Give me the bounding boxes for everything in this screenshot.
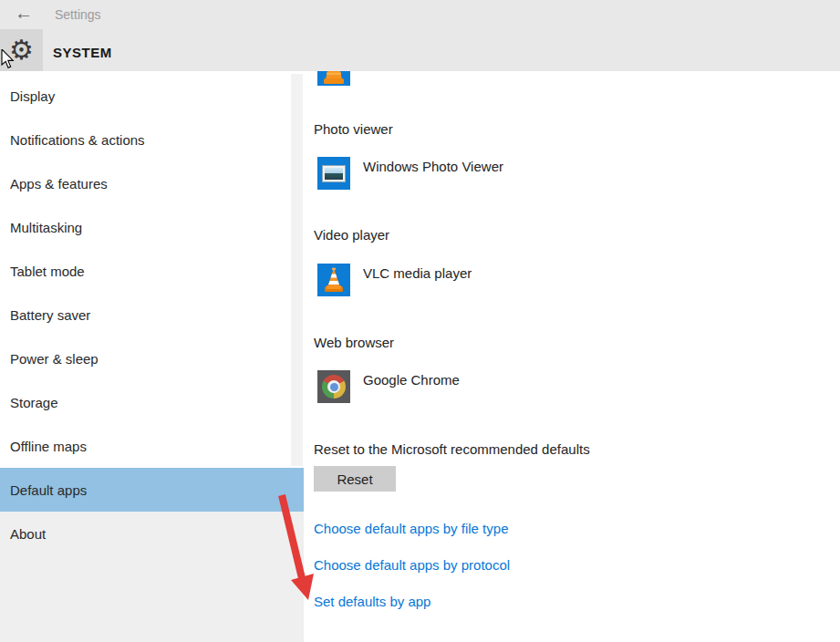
- sidebar-item-battery-saver[interactable]: Battery saver: [0, 293, 304, 337]
- sidebar-item-storage[interactable]: Storage: [0, 380, 304, 424]
- reset-button[interactable]: Reset: [314, 466, 396, 492]
- section-label-photo-viewer: Photo viewer: [314, 121, 393, 137]
- sidebar-item-multitasking[interactable]: Multitasking: [0, 205, 304, 249]
- app-name: Windows Photo Viewer: [363, 159, 503, 174]
- default-app-photo-viewer[interactable]: Windows Photo Viewer: [317, 157, 503, 190]
- sidebar-item-offline-maps[interactable]: Offline maps: [0, 424, 304, 468]
- vlc-icon: [317, 264, 350, 296]
- sidebar-item-default-apps[interactable]: Default apps: [0, 468, 304, 512]
- mouse-cursor-icon: [1, 49, 15, 69]
- partial-cone-icon: [317, 71, 350, 86]
- sidebar-lower-panel: [0, 555, 304, 642]
- sidebar-item-power-sleep[interactable]: Power & sleep: [0, 337, 304, 380]
- app-name: VLC media player: [363, 265, 472, 281]
- settings-window: ← Settings ⚙ SYSTEM Display Notification…: [0, 0, 840, 642]
- section-label-web-browser: Web browser: [314, 335, 394, 350]
- back-arrow-icon[interactable]: ←: [15, 3, 33, 24]
- app-name: Google Chrome: [363, 372, 460, 388]
- default-app-video-player[interactable]: VLC media player: [317, 264, 472, 296]
- sidebar: Display Notifications & actions Apps & f…: [0, 71, 304, 642]
- sidebar-item-display[interactable]: Display: [0, 74, 304, 118]
- section-label-video-player: Video player: [314, 227, 389, 243]
- sidebar-item-notifications-actions[interactable]: Notifications & actions: [0, 118, 304, 161]
- link-default-apps-by-file-type[interactable]: Choose default apps by file type: [314, 521, 508, 536]
- music-player-partial-icon[interactable]: [317, 71, 350, 86]
- header-bar: ← Settings ⚙ SYSTEM: [0, 0, 840, 71]
- sidebar-item-tablet-mode[interactable]: Tablet mode: [0, 249, 304, 293]
- default-app-web-browser[interactable]: Google Chrome: [317, 370, 460, 403]
- page-title: SYSTEM: [53, 45, 112, 60]
- reset-section-label: Reset to the Microsoft recommended defau…: [314, 441, 590, 457]
- windows-photo-viewer-icon: [317, 157, 350, 190]
- content-area: Photo viewer Windows Photo Viewer Video …: [304, 71, 840, 642]
- chrome-icon: [317, 370, 350, 403]
- link-set-defaults-by-app[interactable]: Set defaults by app: [314, 594, 430, 609]
- sidebar-item-apps-features[interactable]: Apps & features: [0, 161, 304, 205]
- sidebar-item-about[interactable]: About: [0, 512, 304, 555]
- link-default-apps-by-protocol[interactable]: Choose default apps by protocol: [314, 557, 510, 573]
- app-title: Settings: [55, 7, 101, 22]
